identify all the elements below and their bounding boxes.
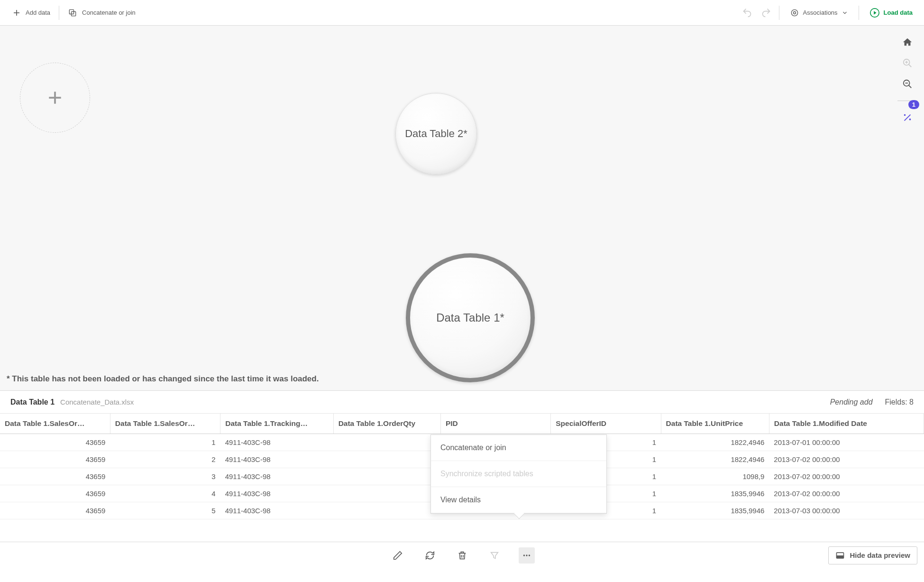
column-header[interactable]: PID bbox=[440, 414, 550, 434]
data-preview-table-wrap: Data Table 1.SalesOr…Data Table 1.SalesO… bbox=[0, 414, 924, 542]
toolbar-separator bbox=[59, 6, 59, 20]
table-cell: 43659 bbox=[0, 434, 110, 451]
toolbar-separator bbox=[859, 6, 859, 20]
more-button[interactable] bbox=[519, 547, 535, 564]
filter-button bbox=[486, 547, 503, 564]
table-cell: 2013-07-03 00:00:00 bbox=[769, 502, 924, 519]
associations-button[interactable]: Associations bbox=[784, 5, 854, 20]
svg-point-20 bbox=[526, 554, 527, 556]
column-header[interactable]: Data Table 1.SalesOr… bbox=[0, 414, 110, 434]
data-model-canvas[interactable]: Data Table 2* Data Table 1* * This table… bbox=[0, 26, 924, 391]
table-cell: 43659 bbox=[0, 502, 110, 519]
table-bubble-2[interactable]: Data Table 2* bbox=[395, 93, 477, 175]
table-cell: 5 bbox=[110, 502, 220, 519]
table-cell: 2013-07-02 00:00:00 bbox=[769, 468, 924, 485]
preview-table-name: Data Table 1 bbox=[10, 398, 55, 406]
table-cell: 1 bbox=[333, 502, 440, 519]
hide-preview-button[interactable]: Hide data preview bbox=[828, 546, 917, 564]
svg-rect-23 bbox=[837, 555, 844, 558]
table-cell: 1835,9946 bbox=[661, 485, 769, 502]
column-header[interactable]: Data Table 1.OrderQty bbox=[333, 414, 440, 434]
table-cell: 1098,9 bbox=[661, 468, 769, 485]
magic-wand-icon bbox=[902, 112, 913, 123]
svg-point-18 bbox=[910, 119, 911, 120]
table-cell: 4911-403C-98 bbox=[220, 485, 333, 502]
canvas-footnote: * This table has not been loaded or has … bbox=[7, 374, 319, 384]
hide-preview-label: Hide data preview bbox=[850, 551, 910, 559]
table-cell: 4 bbox=[110, 485, 220, 502]
zoom-in-icon bbox=[902, 58, 913, 68]
pending-add-label: Pending add bbox=[830, 398, 873, 406]
reload-icon bbox=[425, 550, 435, 561]
add-bubble[interactable] bbox=[20, 63, 90, 133]
load-data-button[interactable]: Load data bbox=[864, 5, 918, 21]
redo-icon bbox=[761, 8, 771, 18]
concat-icon bbox=[68, 8, 77, 18]
recommendations-badge: 1 bbox=[908, 100, 919, 109]
column-header[interactable]: Data Table 1.UnitPrice bbox=[661, 414, 769, 434]
table-cell: 1835,9946 bbox=[661, 502, 769, 519]
svg-point-5 bbox=[791, 9, 797, 16]
undo-button bbox=[739, 5, 755, 21]
context-menu-sync: Synchronize scripted tables bbox=[431, 461, 606, 487]
concat-join-label: Concatenate or join bbox=[82, 9, 136, 16]
table-bubble-2-label: Data Table 2* bbox=[405, 128, 467, 140]
redo-button bbox=[758, 5, 774, 21]
table-cell: 1 bbox=[333, 468, 440, 485]
load-data-label: Load data bbox=[884, 9, 913, 16]
svg-point-4 bbox=[793, 11, 796, 14]
table-cell: 43659 bbox=[0, 485, 110, 502]
magic-wand-button[interactable] bbox=[900, 111, 915, 125]
chevron-down-icon bbox=[842, 9, 848, 16]
table-cell: 4911-403C-98 bbox=[220, 434, 333, 451]
bottom-toolbar: Hide data preview bbox=[0, 542, 924, 568]
table-header-row: Data Table 1.SalesOr…Data Table 1.SalesO… bbox=[0, 414, 924, 434]
side-tools: 1 bbox=[897, 35, 917, 125]
concat-join-button[interactable]: Concatenate or join bbox=[61, 4, 142, 21]
more-icon bbox=[521, 550, 532, 561]
context-menu-concat[interactable]: Concatenate or join bbox=[431, 435, 606, 461]
table-cell: 3 bbox=[110, 468, 220, 485]
delete-button[interactable] bbox=[454, 547, 470, 564]
svg-line-15 bbox=[909, 85, 912, 88]
table-bubble-1[interactable]: Data Table 1* bbox=[406, 253, 535, 382]
table-cell: 1 bbox=[333, 485, 440, 502]
svg-point-17 bbox=[905, 115, 906, 116]
svg-marker-7 bbox=[874, 11, 877, 14]
reload-button[interactable] bbox=[422, 547, 438, 564]
add-data-button[interactable]: Add data bbox=[6, 5, 57, 21]
preview-header: Data Table 1 Concatenate_Data.xlsx Pendi… bbox=[0, 391, 924, 414]
zoom-out-button[interactable] bbox=[900, 77, 915, 91]
column-header[interactable]: Data Table 1.Tracking… bbox=[220, 414, 333, 434]
trash-icon bbox=[457, 550, 467, 561]
column-header[interactable]: SpecialOfferID bbox=[551, 414, 661, 434]
table-cell: 4911-403C-98 bbox=[220, 468, 333, 485]
table-cell: 4911-403C-98 bbox=[220, 451, 333, 468]
filter-icon bbox=[489, 550, 500, 561]
home-button[interactable] bbox=[900, 35, 915, 49]
edit-button[interactable] bbox=[390, 547, 406, 564]
svg-point-19 bbox=[523, 554, 524, 556]
table-cell: 43659 bbox=[0, 451, 110, 468]
table-cell: 2 bbox=[110, 451, 220, 468]
table-cell: 43659 bbox=[0, 468, 110, 485]
zoom-out-icon bbox=[902, 79, 913, 89]
table-cell: 4911-403C-98 bbox=[220, 502, 333, 519]
table-cell: 2013-07-02 00:00:00 bbox=[769, 485, 924, 502]
table-cell: 2013-07-02 00:00:00 bbox=[769, 451, 924, 468]
toolbar-separator bbox=[779, 6, 779, 20]
table-cell: 1 bbox=[110, 434, 220, 451]
top-toolbar: Add data Concatenate or join Association… bbox=[0, 0, 924, 26]
context-menu: Concatenate or join Synchronize scripted… bbox=[430, 434, 607, 514]
column-header[interactable]: Data Table 1.SalesOr… bbox=[110, 414, 220, 434]
fields-count: Fields: 8 bbox=[885, 398, 914, 406]
table-cell: 1 bbox=[333, 434, 440, 451]
table-cell: 3 bbox=[333, 451, 440, 468]
table-cell: 2013-07-01 00:00:00 bbox=[769, 434, 924, 451]
column-header[interactable]: Data Table 1.Modified Date bbox=[769, 414, 924, 434]
home-icon bbox=[902, 37, 913, 47]
panel-icon bbox=[835, 551, 845, 560]
table-bubble-1-label: Data Table 1* bbox=[436, 311, 504, 324]
svg-point-21 bbox=[528, 554, 530, 556]
undo-icon bbox=[742, 8, 752, 18]
